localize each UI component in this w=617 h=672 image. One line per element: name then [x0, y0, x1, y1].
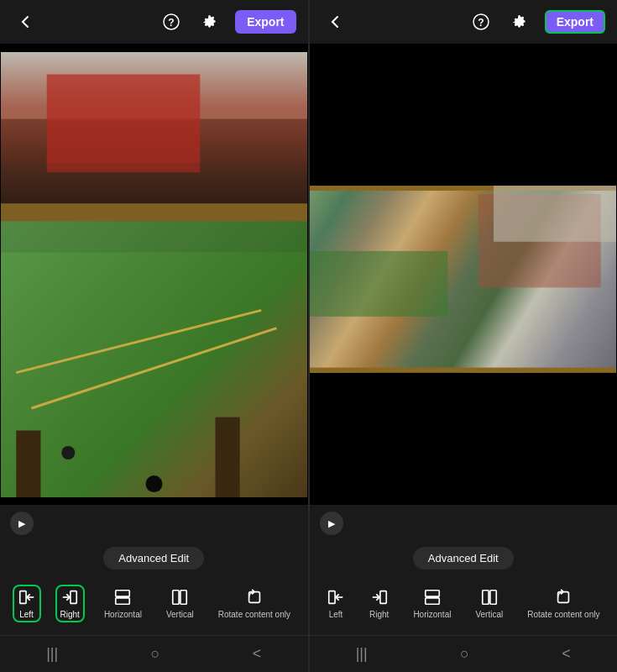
right-video-canvas [310, 52, 616, 497]
left-tool-rotate-label: Rotate content only [218, 610, 290, 619]
right-nav-menu-icon[interactable]: ||| [356, 645, 368, 663]
right-tool-right-label: Right [369, 610, 389, 619]
svg-rect-15 [380, 591, 386, 603]
svg-rect-6 [116, 590, 130, 596]
left-bottom-nav: ||| ○ < [0, 635, 308, 672]
left-tool-vertical-label: Vertical [166, 610, 194, 619]
svg-text:?: ? [478, 17, 484, 29]
right-tools-bar: Left Right Horizontal [310, 575, 618, 635]
svg-rect-4 [71, 591, 76, 603]
left-tools-bar: Left Right Horizontal [0, 575, 308, 635]
left-advanced-edit-bar: Advanced Edit [0, 542, 308, 575]
right-tool-left[interactable]: Left [322, 585, 350, 622]
right-play-button[interactable]: ▶ [320, 512, 343, 535]
right-nav-back-icon[interactable]: < [562, 645, 571, 663]
right-tool-horizontal-label: Horizontal [413, 610, 451, 619]
right-playback-bar: ▶ [310, 505, 618, 542]
left-tool-horizontal-label: Horizontal [104, 610, 142, 619]
right-top-bar: ? Export [310, 0, 618, 44]
right-video-area [310, 44, 618, 505]
right-nav-home-icon[interactable]: ○ [460, 645, 469, 663]
left-panel: ? Export ▶ Advanced Edit [0, 0, 308, 672]
svg-text:?: ? [168, 17, 174, 29]
svg-rect-20 [490, 590, 496, 604]
right-export-button[interactable]: Export [545, 10, 605, 34]
left-tool-rotate[interactable]: Rotate content only [213, 585, 295, 622]
left-video-canvas [1, 52, 307, 497]
right-tool-rotate-label: Rotate content only [527, 610, 599, 619]
right-top-icons: ? Export [468, 8, 605, 35]
right-tool-vertical[interactable]: Vertical [470, 585, 508, 622]
svg-rect-13 [329, 591, 335, 603]
right-tool-left-label: Left [329, 610, 343, 619]
right-bottom-nav: ||| ○ < [310, 635, 618, 672]
right-advanced-edit-button[interactable]: Advanced Edit [413, 547, 514, 570]
right-tool-vertical-label: Vertical [475, 610, 503, 619]
right-tool-horizontal[interactable]: Horizontal [408, 585, 456, 622]
left-nav-home-icon[interactable]: ○ [151, 645, 160, 663]
left-tool-right[interactable]: Right [55, 585, 85, 622]
left-back-button[interactable] [12, 8, 39, 35]
left-playback-bar: ▶ [0, 505, 308, 542]
right-panel: ? Export ▶ Advanced Edit [310, 0, 618, 672]
right-tool-rotate[interactable]: Rotate content only [522, 585, 604, 622]
svg-rect-9 [180, 590, 186, 604]
svg-rect-18 [426, 597, 440, 603]
right-help-button[interactable]: ? [468, 8, 494, 35]
left-tool-right-label: Right [60, 610, 80, 619]
left-advanced-edit-button[interactable]: Advanced Edit [103, 547, 204, 570]
left-nav-menu-icon[interactable]: ||| [46, 645, 58, 663]
right-back-button[interactable] [322, 8, 348, 35]
svg-rect-8 [173, 590, 179, 604]
left-help-button[interactable]: ? [158, 8, 185, 35]
left-settings-button[interactable] [196, 8, 223, 35]
right-tool-right[interactable]: Right [364, 585, 394, 622]
left-play-button[interactable]: ▶ [10, 512, 34, 535]
svg-rect-19 [483, 590, 489, 604]
svg-rect-2 [19, 591, 25, 603]
left-video-area [0, 44, 308, 505]
right-advanced-edit-bar: Advanced Edit [310, 542, 618, 575]
left-nav-back-icon[interactable]: < [253, 645, 262, 663]
left-tool-left[interactable]: Left [13, 585, 41, 622]
svg-rect-17 [426, 590, 440, 596]
right-settings-button[interactable] [506, 8, 533, 35]
left-tool-left-label: Left [19, 610, 34, 619]
left-tool-horizontal[interactable]: Horizontal [99, 585, 147, 622]
left-tool-vertical[interactable]: Vertical [161, 585, 199, 622]
left-top-bar: ? Export [0, 0, 308, 44]
left-top-icons: ? Export [158, 8, 295, 35]
svg-rect-7 [116, 597, 130, 603]
left-export-button[interactable]: Export [235, 10, 295, 34]
